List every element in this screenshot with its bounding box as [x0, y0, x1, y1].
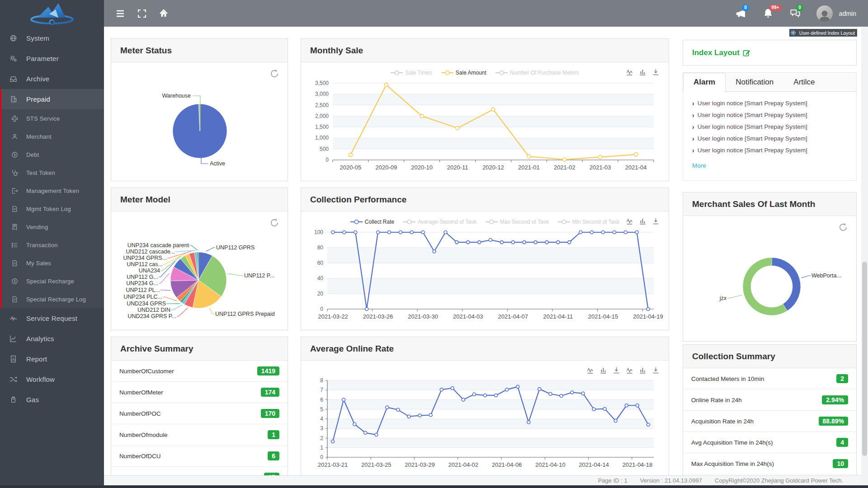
- collection-summary-row: Max Acquisition Time in 24h(s)10: [683, 453, 856, 474]
- sidebar-item-analytics[interactable]: Analytics: [0, 328, 104, 349]
- svg-text:80: 80: [317, 244, 324, 251]
- alarm-notice-item[interactable]: ›User login notice [Smart Prepay System]: [692, 100, 847, 107]
- line-chart-icon[interactable]: [626, 218, 633, 225]
- bar-chart-icon[interactable]: [639, 69, 646, 76]
- messages-icon[interactable]: 0: [789, 8, 801, 19]
- sidebar-item-workflow[interactable]: Workflow: [0, 369, 104, 389]
- chart-legend: Collect RateAverage Second of TaskMax Se…: [301, 216, 669, 228]
- chart-toolbox: [587, 367, 660, 374]
- chart-line-icon: [9, 335, 18, 343]
- refresh-icon[interactable]: [269, 218, 279, 228]
- svg-text:2021-04: 2021-04: [625, 164, 647, 171]
- pulse-icon: [9, 314, 18, 323]
- sidebar-item-label: Gas: [26, 396, 39, 404]
- monthly-sale-line-chart[interactable]: 05001,0001,5002,0002,5003,0003,5002020-0…: [304, 79, 665, 176]
- meter-status-pie-chart[interactable]: WarehouseActive: [111, 62, 288, 180]
- alarm-notice-item[interactable]: ›User login notice [Smart Prepay System]: [692, 112, 847, 118]
- line-chart-icon[interactable]: [626, 69, 633, 76]
- legend-item-collect-rate[interactable]: Collect Rate: [350, 219, 394, 225]
- meter-model-pie-chart[interactable]: UNP112 GPRSUNP112 P...UNP112 GPRS Prepai…: [111, 211, 288, 329]
- alarm-notice-item[interactable]: ›User login notice [Smart Prepay System]: [692, 135, 847, 142]
- sidebar-item-sts-service[interactable]: STS Service: [1, 109, 104, 127]
- tab-notification[interactable]: Notification: [726, 73, 783, 91]
- menu-toggle-icon[interactable]: [115, 8, 126, 19]
- sidebar-item-management-token[interactable]: Management Token: [1, 182, 104, 200]
- document-icon: [11, 259, 19, 267]
- merchant-sales-donut-chart[interactable]: WebPorta...jzx: [683, 216, 856, 336]
- svg-text:0: 0: [326, 157, 329, 163]
- sidebar-item-label: Merchant: [26, 133, 52, 140]
- sidebar-item-mgmt-token-log[interactable]: Mgmt Token Log: [1, 200, 104, 218]
- edit-icon[interactable]: [743, 49, 750, 56]
- legend-item-number-of-purchase-meters[interactable]: Number Of Purchase Meters: [495, 70, 579, 76]
- svg-text:UNP112 GPRS: UNP112 GPRS: [216, 244, 255, 251]
- tab-alarm[interactable]: Alarm: [683, 73, 726, 92]
- index-layout-label[interactable]: Index Layout: [692, 48, 740, 57]
- cross-icon: [11, 115, 19, 122]
- page-id-label: Page ID : 1: [598, 477, 627, 484]
- home-icon[interactable]: [158, 8, 169, 19]
- sidebar-item-label: System: [26, 34, 49, 42]
- alarm-card: AlarmNotificationArtilce ›User login not…: [683, 72, 857, 181]
- sidebar-item-parameter[interactable]: Parameter: [0, 48, 104, 69]
- tab-artilce[interactable]: Artilce: [783, 73, 825, 91]
- average-online-rate-line-chart[interactable]: 0123456782021-03-212021-03-252021-03-292…: [304, 378, 665, 474]
- svg-text:UNP234 PLC...: UNP234 PLC...: [124, 294, 162, 300]
- sidebar-item-report[interactable]: Report: [0, 349, 104, 369]
- sidebar-item-special-recharge[interactable]: $Special Recharge: [1, 272, 104, 290]
- sidebar-item-prepaid[interactable]: Prepaid: [1, 89, 104, 109]
- sidebar-item-test-token[interactable]: Test Token: [1, 164, 104, 182]
- sidebar-item-label: Vending: [26, 224, 48, 230]
- sidebar-item-transaction[interactable]: Transaction: [1, 236, 104, 254]
- scrollbar-thumb[interactable]: [862, 262, 867, 456]
- svg-text:0: 0: [320, 306, 323, 312]
- alarm-notice-item[interactable]: ›User login notice [Smart Prepay System]: [692, 123, 847, 130]
- svg-text:2020-05: 2020-05: [340, 164, 362, 171]
- username-label[interactable]: admin: [839, 10, 856, 17]
- line-chart-icon[interactable]: [587, 367, 594, 374]
- sidebar-item-my-sales[interactable]: My Sales: [1, 254, 104, 272]
- sidebar-item-gas[interactable]: Gas: [0, 389, 104, 410]
- app-logo[interactable]: [0, 0, 104, 28]
- legend-item-sale-amount[interactable]: Sale Amount: [441, 70, 486, 76]
- download-icon[interactable]: [652, 69, 660, 76]
- fullscreen-icon[interactable]: [137, 8, 147, 19]
- sidebar-item-service-request[interactable]: Service Request: [0, 308, 104, 328]
- bar-chart-icon[interactable]: [639, 367, 646, 374]
- legend-item-min-second-of-task[interactable]: Min Second of Task: [558, 219, 620, 225]
- sidebar-item-archive[interactable]: Archive: [0, 69, 104, 89]
- download-icon[interactable]: [613, 367, 620, 374]
- announcement-icon[interactable]: 0: [735, 8, 747, 19]
- more-link[interactable]: More: [683, 161, 715, 170]
- sidebar-item-merchant[interactable]: Merchant: [1, 127, 104, 145]
- sidebar-item-system[interactable]: System: [0, 28, 104, 48]
- download-icon[interactable]: [652, 367, 660, 374]
- alarm-notice-item[interactable]: ›User login notice [Smart Prepay System]: [692, 147, 847, 154]
- bar-chart-icon[interactable]: [600, 367, 607, 374]
- svg-text:2021-01: 2021-01: [518, 164, 540, 171]
- metric-label: Contacted Meters in 10min: [691, 375, 764, 382]
- line-chart-icon[interactable]: [626, 367, 633, 374]
- svg-text:2021-03-26: 2021-03-26: [363, 313, 393, 320]
- notifications-bell-icon[interactable]: 99+: [762, 8, 774, 19]
- download-icon[interactable]: [652, 218, 660, 225]
- sidebar-item-debt[interactable]: $Debt: [1, 145, 104, 164]
- sidebar-item-label: Debt: [26, 151, 39, 158]
- sidebar-item-label: Prepaid: [26, 95, 50, 103]
- collection-performance-line-chart[interactable]: 0204060801002021-03-222021-03-262021-03-…: [304, 228, 665, 325]
- main-content: User-defined Index Layout Meter Status W…: [104, 27, 868, 488]
- sidebar-item-special-recharge-log[interactable]: Special Recharge Log: [1, 290, 104, 308]
- user-avatar[interactable]: [816, 5, 833, 22]
- legend-item-sale-times[interactable]: Sale Times: [391, 70, 432, 76]
- legend-item-max-second-of-task[interactable]: Max Second of Task: [486, 219, 549, 225]
- svg-text:2020-10: 2020-10: [411, 164, 433, 171]
- refresh-icon[interactable]: [269, 69, 279, 79]
- notice-text: User login notice [Smart Prepay System]: [698, 135, 807, 142]
- sidebar-item-label: Parameter: [26, 55, 59, 62]
- legend-item-average-second-of-task[interactable]: Average Second of Task: [403, 219, 476, 225]
- vertical-scrollbar[interactable]: [861, 27, 868, 485]
- bar-chart-icon[interactable]: [639, 218, 646, 225]
- index-layout-panel[interactable]: Index Layout: [683, 40, 857, 66]
- refresh-icon[interactable]: [838, 222, 848, 232]
- sidebar-item-vending[interactable]: Vending: [1, 218, 104, 236]
